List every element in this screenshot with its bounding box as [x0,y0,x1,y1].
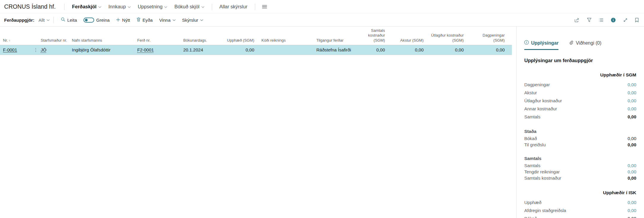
field-row-til-greidslu: Til greiðslu 0,00 [524,142,636,148]
field-row-akstur: Akstur 0,00 [524,89,636,97]
nav-item-all-reports[interactable]: Allar skýrslur [220,4,247,10]
value-plain: 0,00 [628,216,636,218]
nav-item-ferdaskjol[interactable]: Ferðaskjöl [72,4,101,10]
value-total: 0,00 [628,175,636,181]
divider [53,17,54,23]
trash-icon [137,17,141,23]
group-status: Bókað 0,00 Til greiðslu 0,00 [524,135,636,148]
scope-filter-dropdown[interactable]: Allt [39,18,50,23]
mileage-sgm-cell: 0,00 [392,45,431,55]
field-row-dagpeningar: Dagpeningar 0,00 [524,81,636,89]
fact-panel: Upplýsingar Viðhengi (0) Upplýsingar um … [516,26,644,218]
column-header-purpose[interactable]: Tilgangur ferðar [316,26,356,45]
value-link[interactable]: 0,00 [628,98,636,103]
chevron-down-icon [201,6,204,8]
value-link[interactable]: 0,00 [628,163,636,168]
sort-ascending-icon: ↑ [9,39,11,42]
group-isk: Upphæð 0,00 Afdregin staðgreiðsla 0,00 B… [524,198,636,218]
field-row-bokad: Bókað 0,00 [524,135,636,142]
expand-icon[interactable] [623,18,628,22]
top-navigation-bar: CRONUS Ísland hf. Ferðaskjöl Innkaup Upp… [0,0,644,14]
paperclip-icon [569,40,573,46]
value-link[interactable]: 0,00 [628,106,636,111]
value-link[interactable]: 0,00 [628,169,636,174]
value-total: 0,00 [628,142,636,147]
posting-date-cell: 20.1.2024 [183,45,220,55]
column-header-more [34,26,41,45]
more-icon[interactable]: ⋮ [34,47,38,52]
purpose-cell: Ráðstefna Ísafirði [316,45,356,55]
field-row-bokad-isk: Bókað 0,00 [524,214,636,218]
hamburger-icon[interactable] [262,5,267,9]
value-link[interactable]: 0,00 [628,90,636,95]
group-totals: Samtals 0,00 Tengdir reikningar 0,00 Sam… [524,162,636,181]
list-area: Nr.↑ Starfsmaður nr. Nafn starfsmanns Fe… [0,26,516,218]
column-header-trip-no[interactable]: Ferð nr. [137,26,183,45]
outlay-cost-sgm-cell: 0,00 [431,45,471,55]
column-header-posting-date[interactable]: Bókunardags. [183,26,220,45]
account-code-cell [261,45,316,55]
chevron-down-icon [98,6,101,8]
field-row-utlagdur-kostnadur: Útlagður kostnaður 0,00 [524,97,636,105]
analyze-toggle[interactable] [83,18,94,23]
value-link[interactable]: 0,00 [628,82,636,87]
chevron-down-icon [173,19,176,21]
field-row-annar-kostnadur: Annar kostnaður 0,00 [524,105,636,113]
column-header-outlay-cost-sgm[interactable]: Útlagður kostnaður (SGM) [431,26,471,45]
company-name[interactable]: CRONUS Ísland hf. [4,3,56,10]
new-button[interactable]: Nýtt [116,18,130,23]
field-row-upphaed: Upphæð 0,00 [524,198,636,206]
filter-icon[interactable] [587,18,591,22]
nav-item-innkaup[interactable]: Innkaup [108,4,131,10]
record-number-link[interactable]: F-0001 [3,47,17,52]
divider [64,4,64,10]
field-row-tengdir-reikningar: Tengdir reikningar 0,00 [524,169,636,175]
info-circle-icon [524,40,529,46]
column-header-amount-sgm[interactable]: Upphæð (SGM) [220,26,261,45]
group-header-isk: Upphæðir í ISK [524,190,636,195]
group-sgm: Dagpeningar 0,00 Akstur 0,00 Útlagður ko… [524,81,636,121]
share-icon[interactable] [574,18,580,22]
toggle-knob [85,19,88,21]
field-row-samtals: Samtals 0,00 [524,162,636,169]
value-link[interactable]: 0,00 [628,208,636,213]
search-button[interactable]: Leita [61,17,77,23]
chevron-down-icon [164,6,167,8]
tab-details[interactable]: Upplýsingar [524,40,558,50]
nav-item-uppsetning[interactable]: Uppsetning [138,4,167,10]
field-row-samtals-kostnadur: Samtals kostnaður 0,00 [524,175,636,181]
per-diem-sgm-cell: 0,00 [471,45,512,55]
bookmark-icon[interactable] [635,18,639,22]
list-caption: Ferðauppgjör: [4,18,34,23]
divider [255,4,255,10]
reports-menu[interactable]: Skýrslur [182,18,203,23]
trip-no-link[interactable]: F2-0001 [137,47,154,52]
column-header-account-code[interactable]: Kóði reiknings [261,26,316,45]
divider [212,4,212,10]
show-list-icon[interactable] [599,18,603,22]
column-header-employee-no[interactable]: Starfsmaður nr. [41,26,72,45]
travel-settlements-table: Nr.↑ Starfsmaður nr. Nafn starfsmanns Fe… [0,26,512,55]
value-link[interactable]: 0,00 [628,200,636,205]
info-icon[interactable] [611,18,616,23]
value-plain: 0,00 [628,136,636,141]
table-row[interactable]: F-0001 ⋮ JÓ Ingibjörg Ólafsdóttir F2-000… [0,45,512,55]
main-area: Nr.↑ Starfsmaður nr. Nafn starfsmanns Fe… [0,26,644,218]
fact-panel-title: Upplýsingar um ferðauppgjör [524,58,636,63]
column-header-mileage-sgm[interactable]: Akstur (SGM) [392,26,431,45]
field-row-samtals-sgm: Samtals 0,00 [524,113,636,121]
column-header-employee-name[interactable]: Nafn starfsmanns [72,26,137,45]
column-header-per-diem-sgm[interactable]: Dagpeningar (SGM) [471,26,512,45]
column-header-nr[interactable]: Nr.↑ [0,26,34,45]
tab-attachments[interactable]: Viðhengi (0) [569,40,601,50]
search-icon [61,17,65,23]
field-row-afdregin-stadgreidsla: Afdregin staðgreiðsla 0,00 [524,206,636,214]
column-header-total-cost-sgm[interactable]: Samtals kostnaður (SGM) [356,26,392,45]
manage-menu[interactable]: Vinna [159,18,176,23]
nav-item-bokud-skjol[interactable]: Bókuð skjöl [174,4,204,10]
group-header-sgm: Upphæðir í SGM [524,72,636,78]
employee-name-cell: Ingibjörg Ólafsdóttir [72,45,137,55]
employee-no-link[interactable]: JÓ [41,47,46,52]
value-total: 0,00 [628,114,636,119]
delete-button[interactable]: Eyða [137,17,153,23]
